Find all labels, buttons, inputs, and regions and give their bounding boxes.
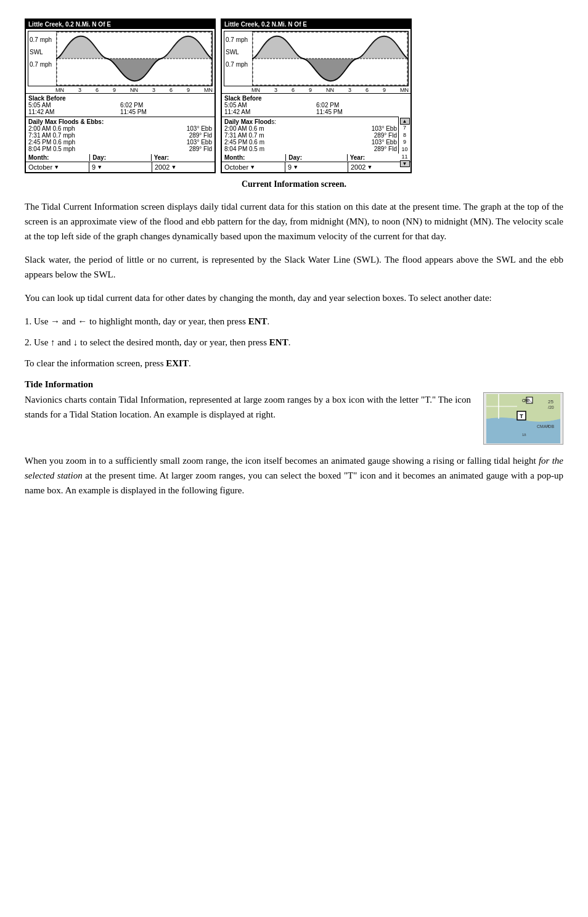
left-x-axis: MN 3 6 9 NN 3 6 9 MN <box>26 87 214 93</box>
section-heading-tide: Tide Information <box>25 379 563 390</box>
right-swl: SWL <box>226 46 248 59</box>
svg-text:25: 25 <box>548 399 553 405</box>
left-floods-header: Daily Max Floods & Ebbs: <box>28 118 212 125</box>
right-flood-row-1: 2:00 AM 0.6 m 103° Ebb <box>224 125 397 132</box>
left-velocity-bottom: 0.7 mph <box>30 59 52 71</box>
tide-info-text: Navionics charts contain Tidal Informati… <box>25 392 471 422</box>
right-flood-row-4: 8:04 PM 0.5 m 289° Fld <box>224 146 397 152</box>
svg-text:E: E <box>527 398 530 403</box>
left-year-select[interactable]: 2002 ▼ <box>152 162 214 172</box>
left-day-arrow[interactable]: ▼ <box>97 164 102 170</box>
svg-text:T: T <box>520 413 523 419</box>
left-month-select[interactable]: October ▼ <box>26 162 89 172</box>
svg-text:1δ: 1δ <box>522 433 526 437</box>
left-swl: SWL <box>30 46 52 59</box>
svg-text:/20: /20 <box>548 405 554 409</box>
left-month-arrow[interactable]: ▼ <box>54 164 59 170</box>
right-month-select[interactable]: October ▼ <box>222 162 285 172</box>
scroll-up-button[interactable]: ▲ <box>400 118 410 125</box>
right-screen-title: Little Creek, 0.2 N.Mi. N Of E <box>222 20 410 29</box>
left-year-arrow[interactable]: ▼ <box>171 164 176 170</box>
right-slack-header: Slack Before <box>224 95 408 102</box>
right-slack-section: Slack Before 5:05 AM 6:02 PM 11:42 AM 11… <box>222 93 410 117</box>
numbered-item-2: 2. Use ↑ and ↓ to select the desired mon… <box>25 335 563 350</box>
tide-para-2: When you zoom in to a sufficiently small… <box>25 453 563 498</box>
para-2: Slack water, the period of little or no … <box>25 252 563 282</box>
left-tidal-screen: Little Creek, 0.2 N.Mi. N Of E 0.7 mph S… <box>25 19 216 173</box>
para-3: You can look up tidal current data for o… <box>25 290 563 305</box>
left-flood-row-2: 7:31 AM 0.7 mph 289° Fld <box>28 132 212 139</box>
right-floods-header: Daily Max Floods: <box>224 118 397 125</box>
clear-text: To clear the information screen, press E… <box>25 356 563 371</box>
tide-info-row: Navionics charts contain Tidal Informati… <box>25 392 563 445</box>
left-date-labels: Month: Day: Year: <box>26 154 214 162</box>
left-flood-row-1: 2:00 AM 0.6 mph 103° Ebb <box>28 125 212 132</box>
left-day-select[interactable]: 9 ▼ <box>89 162 152 172</box>
right-flood-row-3: 2:45 PM 0.6 m 103° Ebb <box>224 139 397 146</box>
right-day-arrow[interactable]: ▼ <box>293 164 298 170</box>
left-slack-times: 5:05 AM 6:02 PM 11:42 AM 11:45 PM <box>28 102 212 115</box>
right-floods-wrapper: Daily Max Floods: 2:00 AM 0.6 m 103° Ebb… <box>222 117 410 154</box>
screens-row: Little Creek, 0.2 N.Mi. N Of E 0.7 mph S… <box>25 19 563 173</box>
left-date-values[interactable]: October ▼ 9 ▼ 2002 ▼ <box>26 162 214 172</box>
left-slack-section: Slack Before 5:05 AM 6:02 PM 11:42 AM 11… <box>26 93 214 117</box>
tide-icon-box: T 25 /20 CMAR OB 1δ C R E <box>483 392 563 445</box>
left-flood-row-4: 8:04 PM 0.5 mph 289° Fld <box>28 146 212 152</box>
scroll-numbers: 7 8 9 10 11 <box>401 125 407 160</box>
right-velocity-top: 0.7 mph <box>226 34 248 46</box>
right-year-arrow[interactable]: ▼ <box>367 164 372 170</box>
svg-text:OB: OB <box>548 424 554 429</box>
left-floods-section: Daily Max Floods & Ebbs: 2:00 AM 0.6 mph… <box>26 117 214 154</box>
right-date-labels: Month: Day: Year: <box>222 154 410 162</box>
right-x-axis: MN 3 6 9 NN 3 6 9 MN <box>222 87 410 93</box>
scroll-down-button[interactable]: ▼ <box>400 160 410 167</box>
right-slack-times: 5:05 AM 6:02 PM 11:42 AM 11:45 PM <box>224 102 408 115</box>
right-graph-area: 0.7 mph SWL 0.7 mph <box>224 31 409 86</box>
left-flood-row-3: 2:45 PM 0.6 mph 103° Ebb <box>28 139 212 146</box>
right-month-arrow[interactable]: ▼ <box>250 164 255 170</box>
right-tidal-screen: Little Creek, 0.2 N.Mi. N Of E 0.7 mph S… <box>221 19 412 173</box>
left-screen-title: Little Creek, 0.2 N.Mi. N Of E <box>26 20 214 29</box>
right-flood-row-2: 7:31 AM 0.7 m 289° Fld <box>224 132 397 139</box>
right-day-select[interactable]: 9 ▼ <box>285 162 348 172</box>
numbered-item-1: 1. Use → and ← to highlight month, day o… <box>25 314 563 329</box>
left-slack-header: Slack Before <box>28 95 212 102</box>
left-graph-area: 0.7 mph SWL 0.7 mph <box>28 31 213 86</box>
body-text: The Tidal Current Information screen dis… <box>25 199 563 305</box>
right-scroll-panel: ▲ 7 8 9 10 11 ▼ <box>398 117 410 154</box>
left-velocity-top: 0.7 mph <box>30 34 52 46</box>
right-date-values[interactable]: October ▼ 9 ▼ 2002 ▼ <box>222 162 410 172</box>
caption: Current Information screen. <box>25 179 563 189</box>
right-velocity-bottom: 0.7 mph <box>226 59 248 71</box>
para-1: The Tidal Current Information screen dis… <box>25 199 563 244</box>
right-floods-section: Daily Max Floods: 2:00 AM 0.6 m 103° Ebb… <box>222 117 410 154</box>
